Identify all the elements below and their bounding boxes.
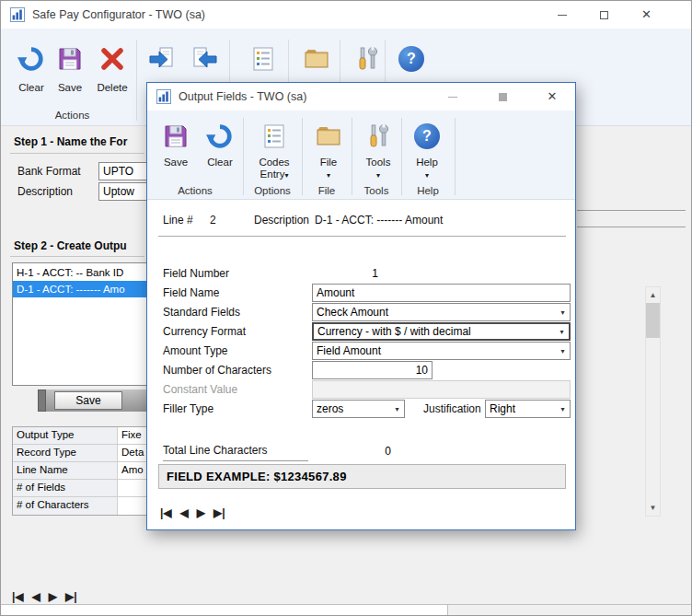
scroll-up-button[interactable]: ▲	[646, 287, 660, 303]
section-rule	[10, 256, 144, 257]
dialog-toolbar: Save Clear	[147, 110, 575, 200]
nav-next-button[interactable]: ▶	[197, 506, 205, 519]
field-name-label: Field Name	[163, 286, 219, 299]
folder-icon	[306, 120, 352, 153]
bottom-strip	[1, 604, 692, 616]
toolbar-separator	[136, 40, 137, 121]
help-icon: ?	[390, 41, 432, 76]
dropdown-arrow-icon[interactable]: ▾	[390, 405, 404, 413]
export-button[interactable]	[141, 41, 183, 76]
horizontal-scroll-area[interactable]	[447, 605, 692, 616]
dialog-maximize-button[interactable]	[478, 83, 527, 110]
red-x-icon	[91, 41, 133, 76]
amount-type-combo[interactable]: Field Amount ▾	[312, 342, 571, 360]
dialog-help-button[interactable]: ? Help ▾	[405, 120, 449, 181]
nav-first-button[interactable]: |◀	[160, 506, 172, 519]
codes-button[interactable]	[242, 41, 284, 76]
actions-group-label: Actions	[10, 110, 134, 121]
filler-type-combo[interactable]: zeros ▾	[312, 400, 405, 418]
main-titlebar: Safe Pay Configurator - TWO (sa) ✕	[1, 1, 691, 29]
maximize-button[interactable]	[582, 1, 626, 29]
dialog-close-button[interactable]: ✕	[527, 83, 577, 110]
minimize-button[interactable]	[540, 1, 583, 29]
main-window-title: Safe Pay Configurator - TWO (sa)	[32, 1, 205, 29]
field-number-value: 1	[312, 267, 378, 280]
field-name-input[interactable]: Amount	[312, 284, 571, 302]
dialog-clear-button[interactable]: Clear	[199, 120, 241, 169]
dialog-save-button[interactable]: Save	[155, 120, 197, 169]
undo-arrow-icon	[10, 41, 52, 76]
dialog-minimize-button[interactable]	[428, 83, 478, 110]
file-button[interactable]	[295, 41, 338, 76]
help-button[interactable]: ?	[390, 41, 432, 76]
number-of-characters-label: Number of Characters	[163, 364, 271, 377]
nav-last-button[interactable]: ▶|	[213, 506, 225, 519]
close-icon: ✕	[641, 1, 652, 29]
scroll-down-button[interactable]: ▼	[646, 500, 660, 516]
import-button[interactable]	[183, 41, 225, 76]
main-record-navigator: |◀ ◀ ▶ ▶|	[12, 590, 77, 603]
delete-button[interactable]: Delete	[91, 41, 133, 93]
tools-button[interactable]	[346, 41, 388, 76]
step2-heading: Step 2 - Create Outpu	[14, 239, 127, 252]
nav-prev-button[interactable]: ◀	[32, 590, 40, 603]
constant-value-label: Constant Value	[163, 383, 237, 396]
dropdown-arrow-icon[interactable]: ▾	[555, 328, 569, 336]
scroll-thumb[interactable]	[646, 303, 660, 338]
group-tools-label: Tools	[352, 184, 401, 198]
group-help-label: Help	[401, 184, 455, 198]
justification-combo[interactable]: Right ▾	[485, 400, 571, 418]
app-chart-icon	[156, 89, 171, 104]
group-options-label: Options	[243, 184, 302, 198]
standard-fields-label: Standard Fields	[163, 306, 240, 319]
dialog-file-button[interactable]: File ▾	[306, 120, 352, 181]
section-rule	[10, 153, 144, 154]
help-icon: ?	[405, 120, 449, 153]
dialog-tools-button[interactable]: Tools ▾	[355, 120, 401, 181]
line-description-label: Description	[254, 214, 309, 227]
output-fields-dialog: Output Fields - TWO (sa) ✕ Save	[146, 82, 576, 530]
total-line-characters-label: Total Line Characters	[163, 444, 308, 461]
nav-last-button[interactable]: ▶|	[65, 590, 77, 603]
vertical-scrollbar[interactable]: ▲ ▼	[645, 286, 661, 517]
nav-first-button[interactable]: |◀	[12, 590, 24, 603]
currency-format-combo[interactable]: Currency - with $ / with decimal ▾	[312, 322, 571, 341]
justification-label: Justification	[423, 402, 481, 415]
header-rule	[158, 236, 566, 237]
dialog-titlebar: Output Fields - TWO (sa) ✕	[147, 83, 575, 110]
strip-drag-handle[interactable]	[38, 389, 46, 412]
description-label: Description	[17, 185, 73, 198]
strip-save-button[interactable]: Save	[54, 391, 122, 410]
number-of-characters-input[interactable]: 10	[312, 361, 432, 379]
dropdown-arrow-icon: ▾	[327, 171, 330, 180]
export-icon	[141, 41, 183, 76]
close-icon: ✕	[548, 83, 558, 110]
codes-entry-button[interactable]: Codes Entry▾	[248, 120, 300, 181]
nav-next-button[interactable]: ▶	[49, 590, 57, 603]
grid-row-label: # of Fields	[13, 480, 118, 496]
floppy-disk-icon	[155, 120, 197, 153]
line-number-label: Line #	[163, 214, 193, 227]
grid-row-label: # of Characters	[13, 497, 118, 515]
dialog-title: Output Fields - TWO (sa)	[179, 83, 306, 110]
line-description-value: D-1 - ACCT: ------- Amount	[315, 214, 443, 227]
currency-format-label: Currency Format	[163, 325, 246, 338]
dropdown-arrow-icon[interactable]: ▾	[556, 347, 570, 355]
tools-icon	[346, 41, 388, 76]
folder-icon	[295, 41, 338, 76]
bank-format-label: Bank Format	[17, 165, 81, 178]
nav-prev-button[interactable]: ◀	[180, 506, 189, 519]
clear-button[interactable]: Clear	[10, 41, 52, 93]
dropdown-arrow-icon: ▾	[376, 171, 380, 180]
background-grid-line	[577, 227, 686, 227]
filler-type-label: Filler Type	[163, 402, 213, 415]
dropdown-arrow-icon: ▾	[284, 171, 288, 180]
close-button[interactable]: ✕	[625, 1, 668, 29]
save-button[interactable]: Save	[49, 41, 91, 93]
undo-arrow-icon	[199, 120, 241, 153]
group-actions-label: Actions	[147, 184, 243, 198]
standard-fields-combo[interactable]: Check Amount ▾	[312, 303, 571, 321]
dropdown-arrow-icon[interactable]: ▾	[556, 308, 570, 317]
dropdown-arrow-icon[interactable]: ▾	[556, 405, 570, 413]
codes-list-icon	[242, 41, 284, 76]
